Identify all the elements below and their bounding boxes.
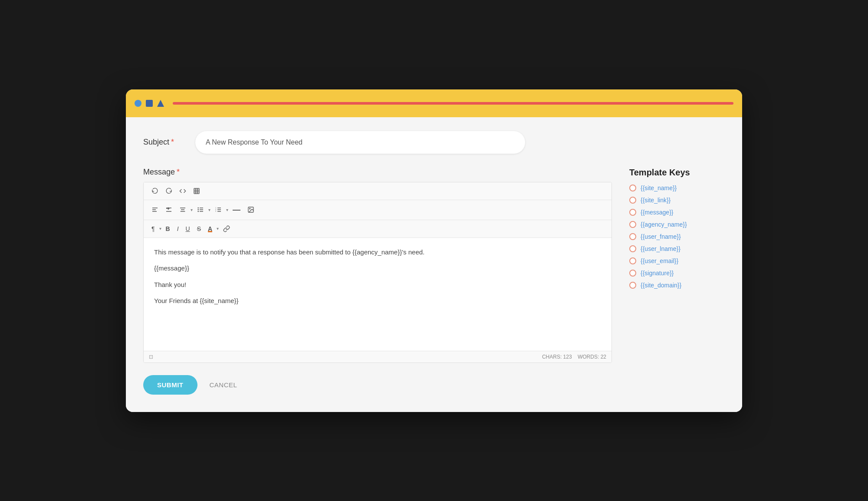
template-key-item: {{message}} — [629, 209, 725, 216]
message-label-row: Message* — [143, 168, 612, 177]
template-key-item: {{user_fname}} — [629, 233, 725, 240]
svg-point-19 — [198, 211, 198, 211]
editor-footer: ⊡ CHARS: 123 WORDS: 22 — [144, 351, 612, 363]
template-key-item: {{site_name}} — [629, 185, 725, 191]
template-key-item: {{site_link}} — [629, 197, 725, 204]
svg-point-27 — [250, 208, 250, 209]
template-keys-panel: Template Keys {{site_name}} {{site_link}… — [629, 168, 725, 294]
key-link-2[interactable]: {{message}} — [641, 209, 674, 216]
key-link-5[interactable]: {{user_lname}} — [641, 245, 681, 252]
image-button[interactable] — [245, 204, 257, 215]
subject-input[interactable] — [195, 131, 525, 154]
template-key-item: {{user_lname}} — [629, 245, 725, 252]
key-radio-0[interactable] — [629, 185, 636, 191]
svg-point-18 — [198, 209, 198, 210]
dot-square-icon — [146, 100, 153, 107]
editor-body[interactable]: This message is to notify you that a res… — [144, 238, 612, 351]
key-radio-8[interactable] — [629, 282, 636, 289]
code-button[interactable] — [177, 186, 189, 196]
main-window: Subject* Message* — [126, 89, 742, 412]
key-link-8[interactable]: {{site_domain}} — [641, 282, 681, 289]
resize-icon: ⊡ — [149, 354, 153, 360]
color-chevron-icon: ▾ — [217, 226, 219, 231]
bullet-list-button[interactable] — [194, 204, 207, 215]
main-content: Subject* Message* — [126, 117, 742, 412]
actions-row: SUBMIT CANCEL — [143, 375, 612, 395]
subject-required-star: * — [171, 138, 174, 146]
template-key-item: {{agency_name}} — [629, 221, 725, 228]
toolbar-row-3: ¶ ▾ B I U S A ▾ — [144, 220, 612, 238]
submit-button[interactable]: SUBMIT — [143, 375, 197, 395]
key-radio-6[interactable] — [629, 257, 636, 264]
ordered-list-button[interactable]: 123 — [212, 204, 224, 215]
paragraph-button[interactable]: ¶ — [149, 224, 158, 234]
message-label: Message* — [143, 168, 180, 176]
align-center-button[interactable] — [177, 204, 189, 215]
key-link-1[interactable]: {{site_link}} — [641, 197, 671, 204]
svg-rect-0 — [194, 188, 199, 194]
link-button[interactable] — [220, 224, 233, 234]
key-radio-7[interactable] — [629, 270, 636, 277]
undo-button[interactable] — [149, 186, 161, 196]
svg-text:3: 3 — [215, 211, 216, 212]
underline-button[interactable]: U — [183, 224, 193, 234]
redo-button[interactable] — [163, 186, 175, 196]
toolbar-row-2: ▾ ▾ 123 ▾ — — [144, 200, 612, 220]
dot-triangle-icon — [157, 100, 164, 107]
template-key-item: {{site_domain}} — [629, 282, 725, 289]
message-section: Message* — [143, 168, 725, 395]
bold-button[interactable]: B — [163, 224, 173, 234]
editor-line-2: {{message}} — [154, 263, 601, 274]
key-radio-5[interactable] — [629, 245, 636, 252]
titlebar — [126, 89, 742, 117]
key-link-0[interactable]: {{site_name}} — [641, 185, 677, 191]
editor-container: ▾ ▾ 123 ▾ — — [143, 182, 612, 363]
color-button[interactable]: A — [205, 224, 215, 234]
template-key-item: {{user_email}} — [629, 257, 725, 264]
key-link-3[interactable]: {{agency_name}} — [641, 221, 687, 228]
ordered-chevron-icon: ▾ — [226, 208, 228, 212]
editor-line-3: Thank you! — [154, 279, 601, 290]
subject-label: Subject* — [143, 138, 195, 147]
indent-button[interactable] — [163, 204, 175, 215]
strikethrough-button[interactable]: S — [194, 224, 204, 234]
svg-point-17 — [198, 208, 198, 208]
dot-circle-icon — [135, 100, 141, 107]
key-link-4[interactable]: {{user_fname}} — [641, 233, 681, 240]
cancel-button[interactable]: CANCEL — [206, 375, 241, 395]
table-button[interactable] — [191, 186, 203, 196]
editor-stats: CHARS: 123 WORDS: 22 — [542, 354, 606, 360]
paragraph-chevron-icon: ▾ — [159, 226, 161, 231]
key-radio-3[interactable] — [629, 221, 636, 228]
message-left: Message* — [143, 168, 612, 395]
italic-button[interactable]: I — [174, 224, 181, 234]
editor-line-1: This message is to notify you that a res… — [154, 247, 601, 258]
toolbar-row-1 — [144, 182, 612, 200]
key-link-6[interactable]: {{user_email}} — [641, 257, 678, 264]
key-link-7[interactable]: {{signature}} — [641, 270, 674, 277]
hr-button[interactable]: — — [230, 204, 243, 216]
key-radio-4[interactable] — [629, 233, 636, 240]
template-key-item: {{signature}} — [629, 270, 725, 277]
editor-line-4: Your Friends at {{site_name}} — [154, 295, 601, 307]
template-keys-list: {{site_name}} {{site_link}} {{message}} … — [629, 185, 725, 289]
bullet-chevron-icon: ▾ — [208, 208, 210, 212]
subject-row: Subject* — [143, 131, 725, 154]
message-required-star: * — [177, 168, 180, 176]
key-radio-2[interactable] — [629, 209, 636, 216]
key-radio-1[interactable] — [629, 197, 636, 204]
align-left-button[interactable] — [149, 204, 161, 215]
align-chevron-icon: ▾ — [191, 208, 193, 212]
template-keys-title: Template Keys — [629, 168, 725, 178]
progress-bar — [173, 102, 733, 105]
